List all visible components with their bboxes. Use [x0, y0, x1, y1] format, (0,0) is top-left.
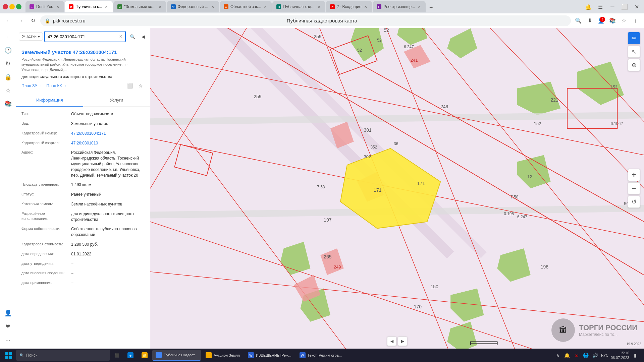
- tab-label-5: Областной зак...: [230, 4, 261, 9]
- panel-toggle[interactable]: ◀: [139, 33, 147, 41]
- tab-services[interactable]: Услуги: [83, 94, 150, 107]
- sidebar-refresh-icon[interactable]: ↻: [2, 58, 14, 70]
- tab-favicon-8: Р: [377, 4, 381, 9]
- app-4-icon: W: [300, 352, 306, 358]
- tab-3[interactable]: З "Земельный ко... ✕: [113, 1, 166, 12]
- profile-icon[interactable]: 👤 8: [596, 16, 606, 25]
- search-input[interactable]: [48, 34, 119, 39]
- sidebar-clock-icon[interactable]: 🕐: [2, 44, 14, 56]
- taskbar-app-2[interactable]: Аукцион Земля: [202, 350, 243, 361]
- tab-6[interactable]: П Публичная кад... ✕: [272, 1, 325, 12]
- sidebar-security-icon[interactable]: 🔒: [2, 71, 14, 83]
- collections-icon[interactable]: 📚: [608, 16, 617, 25]
- tab-close-3[interactable]: ✕: [158, 4, 162, 9]
- taskbar-app-3[interactable]: W ИЗВЕЩЕНИЕ [Реж...: [245, 350, 295, 361]
- sidebar-collections-icon[interactable]: 📚: [2, 98, 14, 110]
- taskbar-app-4[interactable]: W Текст [Режим огра...: [296, 350, 345, 361]
- tab-close-4[interactable]: ✕: [210, 4, 215, 9]
- tray-network[interactable]: 🌐: [583, 352, 589, 359]
- address-input[interactable]: [53, 18, 567, 23]
- window-minimize[interactable]: ─: [608, 2, 617, 11]
- value-14: −: [71, 280, 145, 286]
- pencil-tool[interactable]: ✏: [628, 32, 640, 44]
- tab-5[interactable]: О Областной зак... ✕: [220, 1, 272, 12]
- favorites-icon[interactable]: ☆: [619, 16, 629, 25]
- new-tab-button[interactable]: +: [426, 3, 436, 12]
- tray-mail[interactable]: ✉: [573, 352, 580, 359]
- value-13: −: [71, 270, 145, 276]
- tray-sound[interactable]: 🔊: [592, 352, 599, 359]
- map-top-right-controls: ✏ ↖ ⊕: [628, 32, 640, 71]
- taskbar-edge[interactable]: e: [124, 350, 137, 361]
- bookmark-button[interactable]: ☆: [137, 82, 145, 90]
- search-icon[interactable]: 🔍: [574, 16, 583, 25]
- address-bar[interactable]: 🔒: [40, 15, 571, 26]
- reset-button[interactable]: ↺: [628, 196, 640, 208]
- map-container[interactable]: 259 52 241 52 52 6.247 153 259 249 221 1…: [150, 28, 644, 349]
- show-desktop[interactable]: ▮: [632, 352, 639, 359]
- tray-chevron[interactable]: ∧: [554, 352, 561, 359]
- value-2[interactable]: 47:26:0301004:171: [71, 131, 145, 136]
- download-icon[interactable]: ⬇: [585, 16, 594, 25]
- start-button[interactable]: [3, 349, 15, 361]
- tab-close-8[interactable]: ✕: [417, 4, 422, 9]
- browser-toolbar: ← → ↻ 🔒 Публичная кадастровая карта 🔍 ⬇ …: [0, 13, 644, 28]
- sidebar-back-icon[interactable]: ←: [2, 31, 14, 43]
- sidebar-heart-icon[interactable]: ❤: [2, 320, 14, 333]
- compass-btn[interactable]: ⊕: [628, 59, 640, 71]
- sidebar-more-icon[interactable]: ···: [2, 334, 14, 346]
- value-10: 1 280 580 руб.: [71, 242, 145, 247]
- svg-text:52: 52: [377, 38, 382, 43]
- menu-button[interactable]: ☰: [596, 2, 605, 11]
- zoom-in-button[interactable]: +: [628, 169, 640, 181]
- svg-text:7.58: 7.58: [511, 195, 519, 199]
- map-panel[interactable]: 259 52 241 52 52 6.247 153 259 249 221 1…: [150, 28, 644, 349]
- maximize-button[interactable]: [16, 4, 21, 9]
- share-button[interactable]: ⬜: [126, 82, 134, 90]
- value-3[interactable]: 47:26:0301010: [71, 140, 145, 146]
- notification-button[interactable]: 🔔: [584, 2, 593, 11]
- plan-zu-link[interactable]: План ЗУ →: [21, 83, 42, 88]
- window-close[interactable]: ✕: [632, 2, 641, 11]
- forward-button[interactable]: →: [16, 16, 25, 25]
- search-category-dropdown[interactable]: Участки ▾: [19, 33, 43, 41]
- cursor-tool[interactable]: ↖: [628, 46, 640, 58]
- back-button[interactable]: ←: [4, 16, 13, 25]
- tab-4[interactable]: Ф Федеральный ... ✕: [167, 1, 219, 12]
- tab-close-1[interactable]: ✕: [55, 4, 60, 9]
- plan-kk-link[interactable]: План КК →: [46, 83, 67, 88]
- tab-8[interactable]: Р Реестр извеще... ✕: [373, 1, 426, 12]
- category-label: Участки: [22, 34, 37, 39]
- app-3-icon: W: [248, 352, 254, 358]
- tab-close-7[interactable]: ✕: [363, 4, 368, 9]
- minimize-button[interactable]: [9, 4, 15, 9]
- map-svg: 259 52 241 52 52 6.247 153 259 249 221 1…: [150, 28, 644, 349]
- label-8: Разрешённое использование:: [21, 211, 68, 223]
- close-button[interactable]: [3, 4, 8, 9]
- task-view[interactable]: ⬛: [111, 350, 123, 361]
- refresh-button[interactable]: ↻: [28, 16, 38, 25]
- taskbar-app-1[interactable]: Публичная кадаст...: [152, 350, 201, 361]
- clear-icon[interactable]: ✕: [119, 34, 122, 39]
- tab-7[interactable]: ✉ 2 · Входящие ✕: [326, 1, 372, 12]
- sidebar-user-icon[interactable]: 👤: [2, 307, 14, 319]
- map-next[interactable]: ▶: [398, 337, 407, 346]
- tab-close-2[interactable]: ✕: [104, 4, 109, 9]
- sidebar-fav-icon[interactable]: ☆: [2, 84, 14, 97]
- svg-text:241: 241: [411, 58, 418, 63]
- tray-language[interactable]: РУС: [601, 352, 608, 359]
- map-prev[interactable]: ◀: [387, 337, 396, 346]
- taskbar-explorer[interactable]: 📁: [138, 350, 151, 361]
- browser-download[interactable]: ↓: [631, 16, 640, 25]
- tray-notification[interactable]: 🔔: [564, 352, 571, 359]
- search-button[interactable]: 🔍: [127, 31, 138, 42]
- tab-close-5[interactable]: ✕: [263, 4, 268, 9]
- tab-close-6[interactable]: ✕: [317, 4, 321, 9]
- tab-2[interactable]: Я Публичная к... ✕: [65, 1, 113, 12]
- tray-time[interactable]: 15:16 06.07.2023: [611, 351, 629, 360]
- tab-info[interactable]: Информация: [16, 94, 83, 107]
- taskbar-search[interactable]: 🔍 Поиск: [16, 350, 110, 361]
- zoom-out-button[interactable]: −: [628, 182, 640, 194]
- tab-1[interactable]: ♪ Don't You ✕: [25, 1, 64, 12]
- window-restore[interactable]: ⬜: [620, 2, 629, 11]
